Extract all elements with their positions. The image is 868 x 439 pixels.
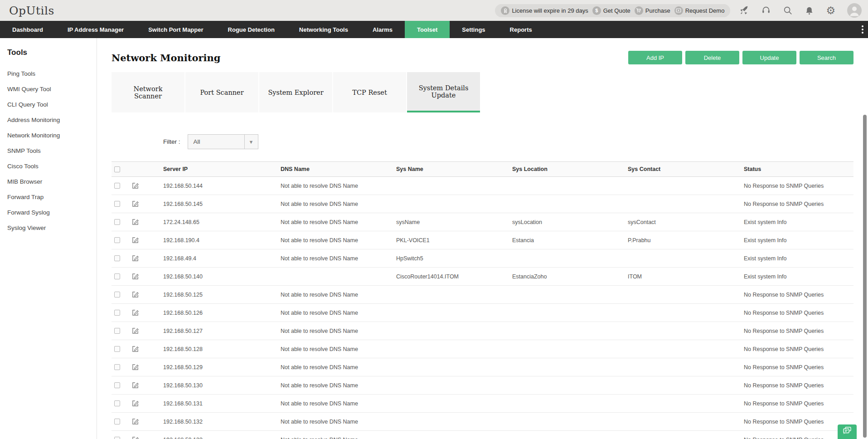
tab[interactable]: System Details Update	[407, 72, 480, 112]
nav-item[interactable]: Settings	[450, 21, 497, 38]
row-checkbox[interactable]	[114, 255, 120, 261]
cell-server-ip: 192.168.49.4	[163, 255, 281, 262]
row-checkbox[interactable]	[114, 364, 120, 370]
row-checkbox[interactable]	[114, 273, 120, 279]
nav-item[interactable]: IP Address Manager	[55, 21, 136, 38]
nav-item[interactable]: Dashboard	[0, 21, 55, 38]
row-checkbox[interactable]	[114, 201, 120, 207]
row-checkbox[interactable]	[114, 183, 120, 189]
cell-sys-name: CiscoRouter14014.ITOM	[396, 273, 512, 280]
row-checkbox[interactable]	[114, 437, 120, 439]
sidebar-item[interactable]: Network Monitoring	[7, 128, 92, 143]
nav-item[interactable]: Toolset	[405, 21, 450, 38]
cell-server-ip: 192.168.50.133	[163, 437, 281, 439]
action-button[interactable]: Delete	[685, 51, 739, 64]
nav-item[interactable]: Networking Tools	[287, 21, 360, 38]
action-button[interactable]: Update	[742, 51, 796, 64]
edit-icon[interactable]	[132, 309, 139, 316]
sidebar-item[interactable]: WMI Query Tool	[7, 82, 92, 97]
sidebar-item[interactable]: Syslog Viewer	[7, 220, 92, 236]
row-checkbox[interactable]	[114, 382, 120, 388]
action-button[interactable]: Add IP	[628, 51, 682, 64]
row-checkbox[interactable]	[114, 328, 120, 334]
cell-server-ip: 172.24.148.65	[163, 219, 281, 225]
nav-item[interactable]: Reports	[498, 21, 544, 38]
feedback-chat-button[interactable]	[838, 424, 857, 439]
row-checkbox[interactable]	[114, 310, 120, 316]
edit-icon[interactable]	[132, 182, 139, 189]
sidebar-item[interactable]: Ping Tools	[7, 66, 92, 82]
sidebar-item[interactable]: Forward Syslog	[7, 205, 92, 220]
edit-icon[interactable]	[132, 436, 139, 439]
row-checkbox[interactable]	[114, 237, 120, 243]
cell-dns-name: Not able to resolve DNS Name	[281, 364, 396, 371]
table-row: 192.168.50.132 Not able to resolve DNS N…	[112, 413, 853, 431]
edit-icon[interactable]	[132, 327, 139, 334]
nav-item[interactable]: Alarms	[360, 21, 405, 38]
chevron-down-icon[interactable]: ▼	[244, 135, 258, 149]
cell-sys-location: sysLocation	[512, 219, 628, 225]
get-quote-link[interactable]: $ Get Quote	[592, 6, 630, 15]
action-button[interactable]: Search	[800, 51, 853, 64]
col-header-status: Status	[744, 166, 853, 172]
sidebar-item[interactable]: Cisco Tools	[7, 159, 92, 174]
nav-item[interactable]: Switch Port Mapper	[136, 21, 215, 38]
cell-dns-name: Not able to resolve DNS Name	[281, 201, 396, 207]
rocket-icon[interactable]	[739, 5, 749, 15]
cell-server-ip: 192.168.50.144	[163, 183, 281, 189]
cell-status: No Response to SNMP Queries	[744, 419, 853, 425]
notifications-bell-icon[interactable]	[805, 6, 814, 15]
nav-item[interactable]: Rogue Detection	[216, 21, 287, 38]
row-checkbox[interactable]	[114, 346, 120, 352]
results-table: Server IP DNS Name Sys Name Sys Location…	[112, 161, 853, 439]
cell-dns-name: Not able to resolve DNS Name	[281, 310, 396, 316]
filter-dropdown[interactable]: All ▼	[188, 134, 258, 149]
edit-icon[interactable]	[132, 346, 139, 352]
sidebar-item[interactable]: CLI Query Tool	[7, 97, 92, 112]
cell-status: No Response to SNMP Queries	[744, 310, 853, 316]
search-icon[interactable]	[783, 5, 793, 15]
user-avatar[interactable]	[847, 3, 862, 18]
edit-icon[interactable]	[132, 382, 139, 389]
table-row: 192.168.50.131 Not able to resolve DNS N…	[112, 395, 853, 413]
edit-icon[interactable]	[132, 400, 139, 407]
row-checkbox[interactable]	[114, 219, 120, 225]
tab[interactable]: TCP Reset	[333, 72, 406, 112]
edit-icon[interactable]	[132, 273, 139, 280]
vertical-scrollbar[interactable]	[863, 115, 867, 438]
nav-overflow-kebab-icon[interactable]	[862, 21, 863, 38]
edit-icon[interactable]	[132, 200, 139, 207]
row-checkbox[interactable]	[114, 400, 120, 406]
tab[interactable]: Network Scanner	[112, 72, 184, 112]
filter-row: Filter : All ▼	[163, 134, 868, 149]
cell-sys-contact: sysContact	[628, 219, 744, 225]
license-status[interactable]: License will expire in 29 days	[501, 6, 588, 15]
purchase-link[interactable]: Purchase	[635, 6, 670, 15]
cell-server-ip: 192.168.50.145	[163, 201, 281, 207]
select-all-checkbox[interactable]	[114, 166, 120, 172]
edit-icon[interactable]	[132, 255, 139, 262]
sidebar-item[interactable]: Address Monitoring	[7, 112, 92, 128]
cell-sys-location: EstanciaZoho	[512, 273, 628, 280]
support-headset-icon[interactable]	[761, 5, 771, 15]
app-logo: OpUtils	[9, 4, 54, 17]
tab[interactable]: System Explorer	[259, 72, 332, 112]
cell-server-ip: 192.168.50.127	[163, 328, 281, 334]
sidebar-item[interactable]: SNMP Tools	[7, 143, 92, 159]
row-checkbox[interactable]	[114, 292, 120, 298]
request-demo-link[interactable]: Request Demo	[674, 6, 725, 15]
edit-icon[interactable]	[132, 219, 139, 225]
edit-icon[interactable]	[132, 418, 139, 425]
cell-server-ip: 192.168.50.130	[163, 382, 281, 389]
edit-icon[interactable]	[132, 291, 139, 298]
page-title: Network Monitoring	[112, 52, 220, 63]
sidebar-item[interactable]: MIB Browser	[7, 174, 92, 190]
settings-gear-icon[interactable]: ⚙	[826, 5, 835, 16]
table-row: 192.168.50.144 Not able to resolve DNS N…	[112, 177, 853, 195]
row-checkbox[interactable]	[114, 419, 120, 424]
edit-icon[interactable]	[132, 237, 139, 244]
tab[interactable]: Port Scanner	[185, 72, 258, 112]
sidebar-item[interactable]: Forward Trap	[7, 190, 92, 205]
table-header: Server IP DNS Name Sys Name Sys Location…	[112, 161, 853, 177]
edit-icon[interactable]	[132, 364, 139, 371]
